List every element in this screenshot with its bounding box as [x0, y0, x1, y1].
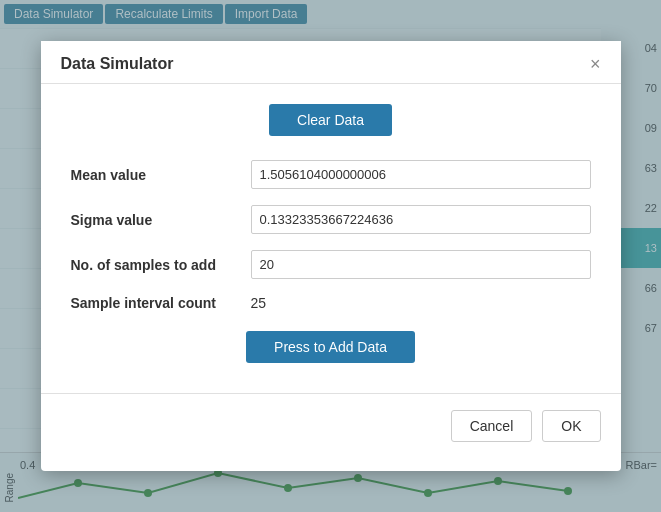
sigma-value-input[interactable] — [251, 205, 591, 234]
sigma-value-row: Sigma value — [71, 205, 591, 234]
clear-data-button[interactable]: Clear Data — [269, 104, 392, 136]
cancel-button[interactable]: Cancel — [451, 410, 533, 442]
modal-close-button[interactable]: × — [590, 55, 601, 73]
modal-footer: Cancel OK — [41, 393, 621, 458]
interval-label: Sample interval count — [71, 295, 251, 311]
samples-row: No. of samples to add — [71, 250, 591, 279]
ok-button[interactable]: OK — [542, 410, 600, 442]
press-to-add-button[interactable]: Press to Add Data — [246, 331, 415, 363]
sigma-value-label: Sigma value — [71, 212, 251, 228]
modal-body: Clear Data Mean value Sigma value No. of… — [41, 84, 621, 393]
mean-value-input[interactable] — [251, 160, 591, 189]
interval-value: 25 — [251, 295, 267, 311]
data-simulator-modal: Data Simulator × Clear Data Mean value S… — [41, 41, 621, 471]
samples-input[interactable] — [251, 250, 591, 279]
modal-title: Data Simulator — [61, 55, 174, 73]
modal-backdrop: Data Simulator × Clear Data Mean value S… — [0, 0, 661, 512]
mean-value-label: Mean value — [71, 167, 251, 183]
samples-label: No. of samples to add — [71, 257, 251, 273]
press-to-add-row: Press to Add Data — [71, 331, 591, 363]
modal-header: Data Simulator × — [41, 41, 621, 84]
interval-row: Sample interval count 25 — [71, 295, 591, 311]
clear-data-row: Clear Data — [71, 104, 591, 136]
mean-value-row: Mean value — [71, 160, 591, 189]
